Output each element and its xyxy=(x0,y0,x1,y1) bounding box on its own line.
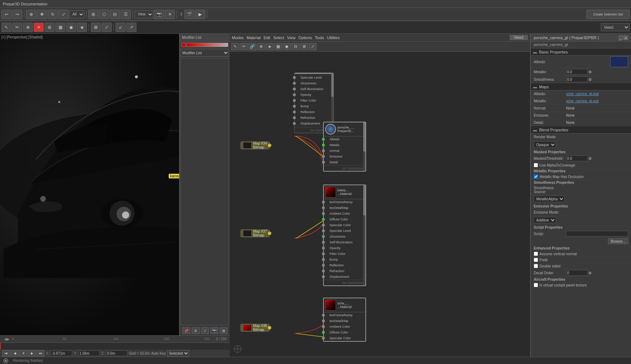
toolbar-btn-rotate[interactable]: ↻ xyxy=(48,10,58,19)
node-canvas[interactable]: Specular Level Glossiness Self-Illuminat… xyxy=(230,52,530,357)
basic-props-header[interactable]: ▬ Basic Properties xyxy=(531,48,631,56)
play-start-btn[interactable]: ⏮ xyxy=(2,350,10,356)
node-tool-5[interactable]: ◈ xyxy=(266,43,274,50)
ne-view[interactable]: View xyxy=(287,36,296,40)
viewport-3d[interactable]: [+] [Perspective] [Shaded] xyxy=(0,34,179,335)
node-tool-4[interactable]: ⊕ xyxy=(257,43,265,50)
slate-btn-8[interactable]: ◈ xyxy=(77,23,87,32)
slate-btn-6[interactable]: ▦ xyxy=(55,23,65,32)
viewport-canvas[interactable]: [+] [Perspective] [Shaded] xyxy=(0,34,179,335)
maps-header[interactable]: ▬ Maps xyxy=(531,83,631,90)
script-input[interactable] xyxy=(566,231,628,237)
ne-options[interactable]: Options xyxy=(298,36,312,40)
bitmap-node-34[interactable]: Map #34 Bitmap xyxy=(240,141,270,149)
slate-btn-7[interactable]: ◉ xyxy=(66,23,76,32)
x-input[interactable] xyxy=(51,350,72,356)
mod-check-btn[interactable]: ✓ xyxy=(201,327,209,334)
toolbar-btn-snap[interactable]: ⊞ xyxy=(88,10,98,19)
ne-edit[interactable]: Edit xyxy=(263,36,270,40)
slate-btn-2[interactable]: ✏ xyxy=(12,23,22,32)
toolbar-btn-align[interactable]: ⊟ xyxy=(110,10,120,19)
node-tool-10[interactable]: ⤢ xyxy=(309,43,317,50)
timeline-track[interactable] xyxy=(0,343,230,350)
toolbar-btn-render[interactable]: 🎬 xyxy=(184,10,195,19)
cockpit-check[interactable] xyxy=(534,283,538,287)
toolbar-btn-light[interactable]: ☀ xyxy=(165,10,175,19)
prelit-check[interactable] xyxy=(534,258,538,262)
slate-btn-14[interactable]: ↗ xyxy=(126,23,136,32)
metallic-spinner[interactable] xyxy=(588,69,593,74)
toolbar-btn-move[interactable]: ✥ xyxy=(37,10,47,19)
toolbar-btn-select[interactable]: ⊕ xyxy=(26,10,36,19)
node-tool-2[interactable]: ✏ xyxy=(240,43,248,50)
decal-order-spinner[interactable] xyxy=(588,270,593,275)
masked-threshold-spinner[interactable] xyxy=(588,156,593,161)
albedo-swatch[interactable] xyxy=(610,56,628,67)
slate-btn-11[interactable]: ⤢ xyxy=(102,23,112,32)
slate-btn-10[interactable]: ⊠ xyxy=(91,23,101,32)
smoothness-spinner[interactable] xyxy=(588,77,593,82)
metallic-input[interactable] xyxy=(566,69,588,75)
bitmap-node-36[interactable]: Map #36 Bitmap xyxy=(240,324,270,332)
prepar2-scrollbar[interactable] xyxy=(363,185,365,285)
prepar-node-3[interactable]: sche_.... ...Material texFresneRamp texD… xyxy=(323,298,366,342)
slate-btn-3[interactable]: ⊕ xyxy=(23,23,33,32)
prepar-node-2[interactable]: interp... ...Material texFresneRamp texD… xyxy=(323,185,366,286)
browse-button[interactable]: Browse... xyxy=(608,238,628,244)
node-tool-9[interactable]: ⊞ xyxy=(300,43,308,50)
slate-btn-delete[interactable]: ✕ xyxy=(34,23,44,32)
double-sided-check[interactable] xyxy=(534,264,538,268)
all-dropdown[interactable]: All xyxy=(69,10,84,18)
slate-btn-1[interactable]: ↖ xyxy=(1,23,11,32)
props-min-btn[interactable]: _ xyxy=(619,36,623,40)
node-tool-7[interactable]: ◉ xyxy=(283,43,291,50)
ne-select[interactable]: Select xyxy=(273,36,284,40)
props-blend-header[interactable]: ▬ Blend Properties xyxy=(531,126,631,134)
node-tool-3[interactable]: 🔗 xyxy=(248,43,256,50)
play-end-btn[interactable]: ⏭ xyxy=(37,350,45,356)
emissive-mode-select[interactable]: Additive xyxy=(534,217,556,223)
prepar1-scrollbar[interactable] xyxy=(363,122,365,171)
y-input[interactable] xyxy=(78,350,100,356)
node-tool-1[interactable]: ↖ xyxy=(231,43,239,50)
play-pause-btn[interactable]: ⏸ xyxy=(19,350,27,356)
toolbar-btn-scale[interactable]: ⤢ xyxy=(59,10,69,19)
toolbar-btn-redo[interactable]: ↪ xyxy=(12,10,22,19)
ne-material[interactable]: Material xyxy=(247,36,261,40)
play-next-btn[interactable]: ▶ xyxy=(28,350,36,356)
ne-modes[interactable]: Modes xyxy=(232,36,244,40)
create-selection-btn[interactable]: Create Selection Set xyxy=(586,10,630,19)
slate-btn-13[interactable]: ↙ xyxy=(116,23,126,32)
smoothness-source-select[interactable]: MetallicAlpha xyxy=(534,196,565,202)
mod-pause-btn[interactable]: ⏸ xyxy=(192,327,200,334)
maps-metallic-val[interactable]: sche_carrera_gt.psd xyxy=(566,99,599,103)
node-tool-6[interactable]: ▦ xyxy=(274,43,282,50)
ne-utilities[interactable]: Utilities xyxy=(327,36,340,40)
slate-btn-5[interactable]: ⊞ xyxy=(45,23,55,32)
decal-order-input[interactable] xyxy=(566,270,588,276)
z-input[interactable] xyxy=(106,350,127,356)
mod-grid-btn[interactable]: ⊞ xyxy=(220,327,228,334)
metallic-occlusion-check[interactable] xyxy=(534,174,538,179)
vertical-normal-check[interactable] xyxy=(534,252,538,256)
toolbar-btn-camera[interactable]: 📷 xyxy=(154,10,164,19)
mod-cam-btn[interactable]: 📷 xyxy=(210,327,218,334)
masked-threshold-input[interactable] xyxy=(566,155,588,161)
toolbar-btn-layer[interactable]: ☰ xyxy=(121,10,131,19)
render-mode-select[interactable]: Opaque xyxy=(534,141,556,148)
prepar-node-1[interactable]: porsche_.... Prepar3D... Albedo Metalic … xyxy=(323,122,366,172)
ne-tools[interactable]: Tools xyxy=(315,36,324,40)
props-close-btn[interactable]: ✕ xyxy=(624,36,628,40)
view1-dropdown[interactable]: View1 xyxy=(601,23,630,31)
alpha-coverage-check[interactable] xyxy=(534,163,538,167)
toolbar-btn-mirror[interactable]: ⬡ xyxy=(99,10,109,19)
bitmap-node-37[interactable]: Map #37 Bitmap xyxy=(240,229,270,237)
toolbar-btn-render2[interactable]: ▶ xyxy=(195,10,205,19)
play-prev-btn[interactable]: ◀ xyxy=(11,350,19,356)
color-red[interactable] xyxy=(181,43,186,47)
view-dropdown[interactable]: View xyxy=(135,10,153,18)
mod-pin-btn[interactable]: 📌 xyxy=(182,327,190,334)
timeline-play-btn[interactable]: ◀▶ xyxy=(1,337,12,341)
modifier-list-dropdown[interactable]: Modifier List xyxy=(181,49,229,57)
smoothness-input[interactable] xyxy=(566,76,588,82)
